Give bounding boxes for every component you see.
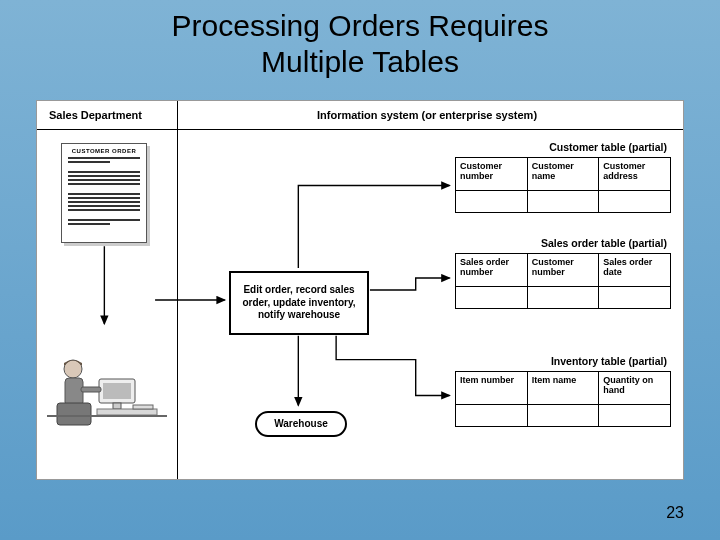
- inventory-table: Item number Item name Quantity on hand: [455, 371, 671, 427]
- customer-col-1: Customer name: [528, 158, 600, 190]
- warehouse-box: Warehouse: [255, 411, 347, 437]
- inventory-table-label: Inventory table (partial): [457, 355, 667, 367]
- customer-col-0: Customer number: [456, 158, 528, 190]
- inv-col-2: Quantity on hand: [599, 372, 670, 404]
- customer-table: Customer number Customer name Customer a…: [455, 157, 671, 213]
- sales-order-table: Sales order number Customer number Sales…: [455, 253, 671, 309]
- customer-table-label: Customer table (partial): [457, 141, 667, 153]
- process-box: Edit order, record sales order, update i…: [229, 271, 369, 335]
- svg-rect-9: [47, 415, 167, 417]
- inv-col-1: Item name: [528, 372, 600, 404]
- sales-col-1: Customer number: [528, 254, 600, 286]
- page-number: 23: [666, 504, 684, 522]
- horizontal-divider: [37, 129, 683, 130]
- sales-col-0: Sales order number: [456, 254, 528, 286]
- customer-order-document: CUSTOMER ORDER: [61, 143, 147, 243]
- inv-col-0: Item number: [456, 372, 528, 404]
- customer-col-2: Customer address: [599, 158, 670, 190]
- svg-rect-8: [57, 403, 91, 425]
- warehouse-label: Warehouse: [274, 418, 328, 429]
- svg-rect-1: [103, 383, 131, 399]
- sales-col-2: Sales order date: [599, 254, 670, 286]
- order-doc-title: CUSTOMER ORDER: [66, 148, 142, 154]
- svg-rect-3: [97, 409, 157, 415]
- sales-order-table-label: Sales order table (partial): [457, 237, 667, 249]
- svg-rect-2: [113, 403, 121, 409]
- svg-rect-7: [81, 387, 101, 392]
- clerk-at-computer-illustration: [47, 331, 167, 431]
- header-info-system: Information system (or enterprise system…: [317, 109, 537, 121]
- title-line-1: Processing Orders Requires: [172, 9, 549, 42]
- title-line-2: Multiple Tables: [261, 45, 459, 78]
- header-sales-dept: Sales Department: [49, 109, 142, 121]
- process-text: Edit order, record sales order, update i…: [235, 284, 363, 322]
- svg-rect-4: [133, 405, 153, 409]
- svg-rect-6: [65, 378, 83, 406]
- vertical-divider: [177, 101, 178, 479]
- slide-title: Processing Orders Requires Multiple Tabl…: [0, 0, 720, 80]
- diagram-panel: Sales Department Information system (or …: [36, 100, 684, 480]
